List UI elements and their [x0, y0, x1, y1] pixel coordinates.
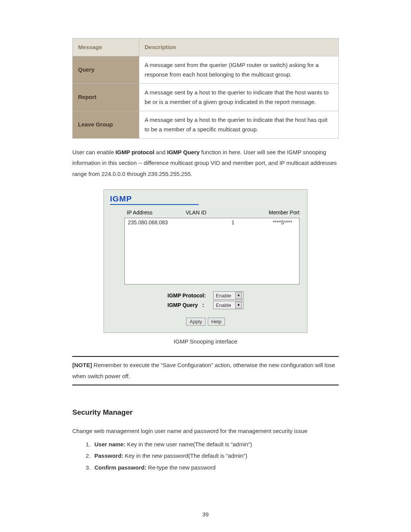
list-item: Password: Key in the new password(The de… — [92, 451, 339, 462]
apply-button[interactable]: Apply — [186, 318, 206, 326]
row-label-query: Query — [73, 56, 139, 83]
security-manager-heading: Security Manager — [72, 408, 339, 417]
note-rest: Remember to execute the “Save Configurat… — [72, 362, 335, 379]
row-label-leave: Leave Group — [73, 111, 139, 138]
p1-bold2: IGMP Query — [167, 149, 200, 155]
igmp-protocol-value: Enable — [216, 293, 231, 299]
li1-bold: User name: — [94, 441, 126, 447]
cell-ip: 235.080.068.083 — [128, 219, 187, 225]
igmp-protocol-select[interactable]: Enable ▼ — [213, 291, 244, 300]
dropdown-arrow-icon[interactable]: ▼ — [235, 292, 242, 299]
list-item: User name: Key in the new user name(The … — [92, 439, 339, 450]
row-desc-leave: A message sent by a host to the querier … — [139, 111, 339, 138]
help-button[interactable]: Help — [208, 318, 225, 326]
th-message: Message — [73, 38, 139, 56]
igmp-protocol-label: IGMP Protocol: — [167, 292, 213, 299]
igmp-query-row: IGMP Query : Enable ▼ — [110, 301, 301, 309]
hdr-ip-address: IP Address — [127, 209, 186, 216]
igmp-title-underline — [110, 204, 199, 205]
list-item: Confirm password: Re-type the new passwo… — [92, 462, 339, 473]
li3-bold: Confirm password: — [94, 464, 147, 471]
security-intro: Change web management login user name an… — [72, 426, 339, 437]
security-steps-list: User name: Key in the new user name(The … — [72, 439, 339, 473]
cell-port: ****5**** — [234, 219, 296, 225]
p1-mid: and — [155, 149, 167, 155]
note-divider-bottom — [72, 385, 339, 385]
igmp-list-header: IP Address VLAN ID Member Port — [110, 209, 301, 218]
hdr-vlan-id: VLAN ID — [186, 209, 247, 216]
note-divider-top — [72, 356, 339, 357]
igmp-message-table: Message Description Query A message sent… — [72, 38, 339, 139]
hdr-member-port: Member Port — [247, 209, 299, 216]
note-bold: [NOTE] — [72, 362, 92, 368]
p1-prefix: User can enable — [72, 149, 115, 155]
igmp-query-select[interactable]: Enable ▼ — [213, 301, 244, 309]
li2-bold: Password: — [94, 452, 123, 459]
igmp-protocol-row: IGMP Protocol: Enable ▼ — [110, 291, 301, 300]
igmp-listbox[interactable]: 235.080.068.083 1 ****5**** — [124, 218, 299, 284]
p1-bold1: IGMP protocol — [115, 149, 154, 155]
th-description: Description — [139, 38, 339, 56]
igmp-settings: IGMP Protocol: Enable ▼ IGMP Query : Ena… — [110, 291, 301, 309]
li3-rest: Re-type the new password — [147, 464, 216, 471]
note-text: [NOTE] Remember to execute the “Save Con… — [72, 360, 339, 382]
page-number: 39 — [0, 511, 411, 518]
cell-vlan: 1 — [187, 219, 234, 225]
table-row: Report A message sent by a host to the q… — [73, 83, 339, 111]
li1-rest: Key in the new user name(The default is … — [126, 441, 252, 447]
igmp-button-row: Apply Help — [110, 318, 301, 326]
igmp-caption: IGMP Snooping interface — [72, 338, 339, 345]
igmp-intro-paragraph: User can enable IGMP protocol and IGMP Q… — [72, 147, 339, 180]
igmp-query-value: Enable — [216, 302, 231, 308]
table-row: Query A message sent from the querier (I… — [73, 56, 339, 83]
row-desc-query: A message sent from the querier (IGMP ro… — [139, 56, 339, 83]
row-label-report: Report — [73, 83, 139, 111]
igmp-panel: IGMP IP Address VLAN ID Member Port 235.… — [104, 189, 307, 333]
igmp-list-row[interactable]: 235.080.068.083 1 ****5**** — [128, 219, 296, 225]
dropdown-arrow-icon[interactable]: ▼ — [235, 302, 242, 308]
table-row: Leave Group A message sent by a host to … — [73, 111, 339, 138]
row-desc-report: A message sent by a host to the querier … — [139, 83, 339, 111]
li2-rest: Key in the new password(The default is “… — [123, 452, 247, 459]
igmp-panel-title: IGMP — [110, 194, 301, 203]
igmp-query-label: IGMP Query : — [167, 302, 213, 308]
